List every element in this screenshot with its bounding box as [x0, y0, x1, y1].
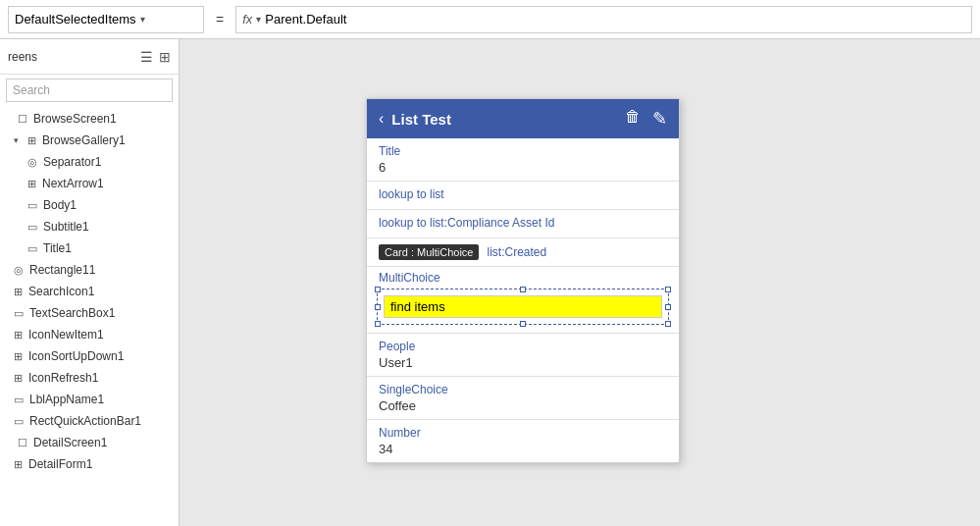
- tree-label: SearchIcon1: [28, 285, 94, 298]
- field-value-number: 34: [379, 442, 667, 456]
- sidebar-item-detail-screen1[interactable]: ☐ DetailScreen1: [0, 432, 179, 453]
- sidebar-item-detail-form1[interactable]: ⊞ DetailForm1: [0, 453, 179, 475]
- tree-label: BrowseScreen1: [33, 112, 117, 126]
- tree-label: Separator1: [43, 155, 101, 169]
- resize-handle-bl: [375, 321, 381, 327]
- resize-handle-ml: [375, 304, 381, 310]
- tree-label: BrowseGallery1: [42, 133, 126, 147]
- sidebar-item-subtitle1[interactable]: ▭ Subtitle1: [0, 216, 179, 237]
- component-icon: ⊞: [14, 350, 23, 363]
- chevron-down-icon: ▾: [140, 14, 197, 25]
- card-edit-button[interactable]: ✎: [652, 108, 667, 130]
- fx-chevron-icon[interactable]: ▾: [256, 14, 261, 25]
- sidebar-item-rectangle11[interactable]: ◎ Rectangle11: [0, 259, 179, 281]
- grid-view-icon[interactable]: ⊞: [159, 49, 171, 65]
- right-content: ‹ List Test 🗑 ✎ Title 6 lookup to: [180, 39, 980, 526]
- fx-area[interactable]: fx ▾ Parent.Default: [235, 6, 972, 33]
- field-label-multichoice: MultiChoice: [379, 271, 667, 285]
- component-icon: ▭: [27, 221, 37, 234]
- tree-label: IconNewItem1: [28, 328, 104, 342]
- card-field-created: Card : MultiChoice list:Created: [367, 238, 679, 266]
- resize-handle-tm: [520, 287, 526, 292]
- field-label-created: list:Created: [487, 245, 546, 259]
- field-label-title: Title: [379, 144, 667, 158]
- component-icon: ⊞: [14, 372, 23, 385]
- multichoice-container: MultiChoice find items: [367, 267, 679, 333]
- card-header-left: ‹ List Test: [379, 110, 451, 128]
- field-label-single-choice: SingleChoice: [379, 383, 667, 396]
- sidebar-item-next-arrow1[interactable]: ⊞ NextArrow1: [0, 173, 179, 194]
- component-icon: ▭: [14, 394, 24, 406]
- search-box[interactable]: Search: [6, 79, 173, 102]
- field-label-compliance: lookup to list:Compliance Asset Id: [379, 216, 667, 230]
- sidebar-item-icon-refresh1[interactable]: ⊞ IconRefresh1: [0, 367, 179, 389]
- component-icon: ⊞: [14, 329, 23, 342]
- component-icon: ▭: [14, 307, 24, 320]
- sidebar-item-icon-sort-up-down1[interactable]: ⊞ IconSortUpDown1: [0, 345, 179, 367]
- panel-icons: ☰ ⊞: [140, 49, 171, 65]
- component-icon: ◎: [14, 264, 24, 277]
- resize-handle-tr: [665, 287, 671, 292]
- card-field-single-choice: SingleChoice Coffee: [367, 377, 679, 419]
- card-back-button[interactable]: ‹: [379, 110, 384, 128]
- field-label-people: People: [379, 340, 667, 353]
- sidebar-item-text-search-box1[interactable]: ▭ TextSearchBox1: [0, 302, 179, 324]
- component-icon: ▭: [27, 242, 37, 255]
- component-icon: ⊞: [14, 286, 23, 298]
- sidebar-item-rect-quick-action-bar1[interactable]: ▭ RectQuickActionBar1: [0, 410, 179, 432]
- formula-content: Parent.Default: [265, 12, 346, 26]
- sidebar-item-title1[interactable]: ▭ Title1: [0, 237, 179, 259]
- field-value-title: 6: [379, 160, 667, 175]
- panel-title: reens: [8, 50, 37, 64]
- field-label-number: Number: [379, 426, 667, 440]
- sidebar-item-browse-screen1[interactable]: ☐ BrowseScreen1: [0, 108, 179, 130]
- resize-handle-mr: [665, 304, 671, 310]
- card-field-lookup: lookup to list: [367, 182, 679, 209]
- sidebar-item-icon-new-item1[interactable]: ⊞ IconNewItem1: [0, 324, 179, 345]
- tree-label: Title1: [43, 241, 72, 255]
- tree-label: NextArrow1: [42, 177, 104, 190]
- card-field-compliance: lookup to list:Compliance Asset Id: [367, 210, 679, 237]
- tree: ☐ BrowseScreen1 ▾ ⊞ BrowseGallery1 ◎ Sep…: [0, 106, 179, 526]
- search-placeholder: Search: [13, 83, 50, 97]
- component-icon: ▭: [14, 415, 24, 428]
- multichoice-input[interactable]: find items: [384, 295, 662, 318]
- top-bar: DefaultSelectedItems ▾ = fx ▾ Parent.Def…: [0, 0, 980, 39]
- sidebar-item-browse-gallery1[interactable]: ▾ ⊞ BrowseGallery1: [0, 130, 179, 151]
- gallery-icon: ⊞: [27, 134, 36, 147]
- card-field-number: Number 34: [367, 420, 679, 462]
- list-view-icon[interactable]: ☰: [140, 49, 153, 65]
- panel-header: reens ☰ ⊞: [0, 39, 179, 75]
- tree-label: TextSearchBox1: [29, 306, 115, 320]
- card-delete-button[interactable]: 🗑: [625, 108, 641, 130]
- tree-label: IconRefresh1: [28, 371, 98, 385]
- main-area: reens ☰ ⊞ Search ☐ BrowseScreen1 ▾ ⊞ Bro…: [0, 39, 980, 526]
- sidebar-item-body1[interactable]: ▭ Body1: [0, 194, 179, 216]
- resize-handle-bm: [520, 321, 526, 327]
- multichoice-input-text: find items: [390, 299, 445, 314]
- left-panel: reens ☰ ⊞ Search ☐ BrowseScreen1 ▾ ⊞ Bro…: [0, 39, 180, 526]
- tree-label: DetailScreen1: [33, 436, 107, 449]
- component-icon: ⊞: [27, 178, 36, 190]
- card-body: Title 6 lookup to list lookup to list:Co…: [367, 138, 679, 462]
- component-icon: ▭: [27, 199, 37, 212]
- resize-handle-tl: [375, 287, 381, 292]
- card-field-title: Title 6: [367, 138, 679, 181]
- tooltip-badge: Card : MultiChoice: [379, 244, 479, 260]
- formula-dropdown[interactable]: DefaultSelectedItems ▾: [8, 6, 204, 33]
- resize-handle-br: [665, 321, 671, 327]
- component-icon: ◎: [27, 156, 37, 169]
- field-value-single-choice: Coffee: [379, 398, 667, 413]
- card-field-people: People User1: [367, 334, 679, 376]
- screen-icon: ☐: [18, 437, 27, 449]
- equals-sign: =: [212, 12, 228, 27]
- sidebar-item-lbl-app-name1[interactable]: ▭ LblAppName1: [0, 389, 179, 410]
- sidebar-item-separator1[interactable]: ◎ Separator1: [0, 151, 179, 173]
- card-title: List Test: [391, 111, 451, 128]
- card-header-right: 🗑 ✎: [625, 108, 667, 130]
- field-value-people: User1: [379, 355, 667, 370]
- tree-label: DetailForm1: [28, 457, 92, 471]
- tree-label: Subtitle1: [43, 220, 89, 234]
- sidebar-item-search-icon1[interactable]: ⊞ SearchIcon1: [0, 281, 179, 302]
- card-panel: ‹ List Test 🗑 ✎ Title 6 lookup to: [366, 98, 680, 463]
